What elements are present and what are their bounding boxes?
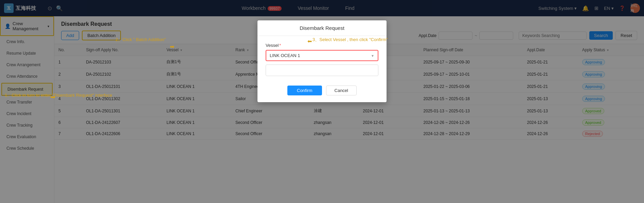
modal-footer: Confirm Cancel [257, 81, 387, 102]
required-mark: * [279, 43, 281, 48]
vessel-select[interactable]: LINK OCEAN 1自测1号LINK OCEAN 2 [266, 51, 378, 60]
modal-body: Vessel* LINK OCEAN 1自测1号LINK OCEAN 2 [257, 36, 387, 81]
disembark-request-modal: Disembark Request Vessel* LINK OCEAN 1自测… [257, 20, 387, 102]
vessel-select-wrapper: LINK OCEAN 1自测1号LINK OCEAN 2 [266, 50, 378, 61]
vessel-label: Vessel* [266, 43, 378, 48]
cancel-button[interactable]: Cancel [326, 86, 357, 95]
confirm-button[interactable]: Confirm [287, 86, 322, 95]
modal-overlay[interactable]: Disembark Request Vessel* LINK OCEAN 1自测… [0, 0, 644, 203]
modal-title: Disembark Request [257, 20, 387, 36]
form-field-empty [266, 64, 378, 76]
